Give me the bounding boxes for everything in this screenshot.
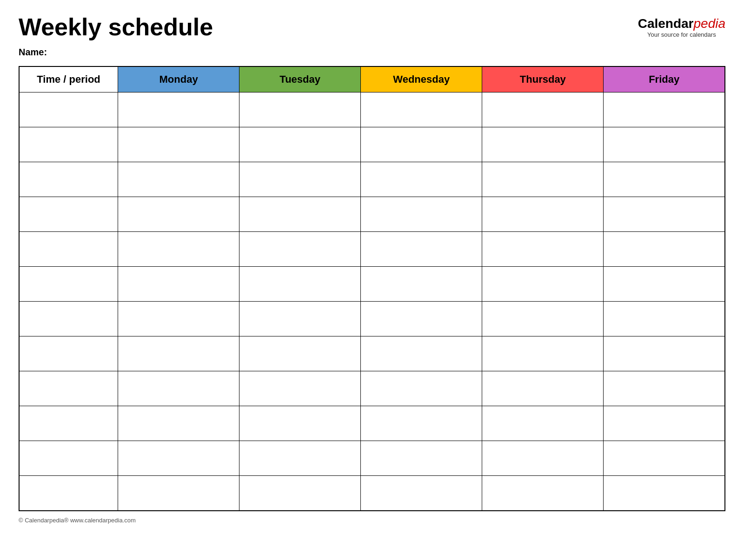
table-cell[interactable] <box>118 302 239 336</box>
table-cell[interactable] <box>604 441 725 476</box>
page-header: Weekly schedule Calendarpedia Your sourc… <box>19 14 725 40</box>
table-cell[interactable] <box>482 267 604 302</box>
table-cell[interactable] <box>118 92 239 127</box>
table-cell[interactable] <box>604 302 725 336</box>
table-cell[interactable] <box>118 267 239 302</box>
table-cell[interactable] <box>361 371 482 406</box>
table-cell[interactable] <box>19 441 118 476</box>
table-cell[interactable] <box>604 127 725 162</box>
table-cell[interactable] <box>118 406 239 441</box>
table-cell[interactable] <box>604 232 725 267</box>
table-cell[interactable] <box>239 127 361 162</box>
table-cell[interactable] <box>482 441 604 476</box>
table-cell[interactable] <box>361 302 482 336</box>
table-cell[interactable] <box>118 232 239 267</box>
table-cell[interactable] <box>482 302 604 336</box>
table-cell[interactable] <box>239 197 361 232</box>
schedule-table: Time / period Monday Tuesday Wednesday T… <box>19 66 725 511</box>
table-cell[interactable] <box>604 197 725 232</box>
footer: © Calendarpedia® www.calendarpedia.com <box>19 517 725 524</box>
table-cell[interactable] <box>361 476 482 511</box>
table-cell[interactable] <box>239 476 361 511</box>
page-title: Weekly schedule <box>19 14 213 40</box>
col-header-wednesday: Wednesday <box>361 66 482 92</box>
table-row <box>19 127 725 162</box>
table-cell[interactable] <box>482 127 604 162</box>
table-cell[interactable] <box>361 232 482 267</box>
table-cell[interactable] <box>19 127 118 162</box>
table-cell[interactable] <box>118 162 239 197</box>
table-cell[interactable] <box>19 92 118 127</box>
table-cell[interactable] <box>361 127 482 162</box>
col-header-monday: Monday <box>118 66 239 92</box>
table-row <box>19 162 725 197</box>
table-cell[interactable] <box>482 232 604 267</box>
table-cell[interactable] <box>239 406 361 441</box>
table-row <box>19 232 725 267</box>
col-header-thursday: Thursday <box>482 66 604 92</box>
table-cell[interactable] <box>239 267 361 302</box>
table-cell[interactable] <box>604 267 725 302</box>
table-row <box>19 267 725 302</box>
table-row <box>19 336 725 371</box>
table-cell[interactable] <box>361 406 482 441</box>
table-cell[interactable] <box>361 267 482 302</box>
table-cell[interactable] <box>239 302 361 336</box>
logo-subtitle: Your source for calendars <box>638 31 725 38</box>
table-cell[interactable] <box>604 476 725 511</box>
table-cell[interactable] <box>118 441 239 476</box>
table-cell[interactable] <box>19 476 118 511</box>
table-cell[interactable] <box>239 162 361 197</box>
table-cell[interactable] <box>118 127 239 162</box>
table-cell[interactable] <box>239 371 361 406</box>
table-cell[interactable] <box>19 336 118 371</box>
table-cell[interactable] <box>482 197 604 232</box>
table-cell[interactable] <box>482 162 604 197</box>
table-cell[interactable] <box>482 371 604 406</box>
table-cell[interactable] <box>118 336 239 371</box>
table-cell[interactable] <box>482 92 604 127</box>
table-cell[interactable] <box>361 197 482 232</box>
table-cell[interactable] <box>118 371 239 406</box>
table-cell[interactable] <box>361 441 482 476</box>
col-header-friday: Friday <box>604 66 725 92</box>
table-cell[interactable] <box>19 406 118 441</box>
logo-pedia-part: pedia <box>693 16 725 31</box>
table-cell[interactable] <box>604 406 725 441</box>
table-cell[interactable] <box>239 336 361 371</box>
table-cell[interactable] <box>361 92 482 127</box>
table-cell[interactable] <box>118 197 239 232</box>
table-cell[interactable] <box>604 92 725 127</box>
table-cell[interactable] <box>19 162 118 197</box>
col-header-tuesday: Tuesday <box>239 66 361 92</box>
table-cell[interactable] <box>19 267 118 302</box>
table-cell[interactable] <box>239 92 361 127</box>
logo: Calendarpedia Your source for calendars <box>638 16 725 38</box>
table-cell[interactable] <box>482 476 604 511</box>
table-cell[interactable] <box>361 162 482 197</box>
name-label: Name: <box>19 47 725 58</box>
table-cell[interactable] <box>19 232 118 267</box>
table-row <box>19 406 725 441</box>
table-row <box>19 371 725 406</box>
table-cell[interactable] <box>361 336 482 371</box>
table-cell[interactable] <box>604 162 725 197</box>
table-row <box>19 441 725 476</box>
table-row <box>19 197 725 232</box>
table-cell[interactable] <box>482 336 604 371</box>
table-cell[interactable] <box>118 476 239 511</box>
header-row: Time / period Monday Tuesday Wednesday T… <box>19 66 725 92</box>
footer-text: © Calendarpedia® www.calendarpedia.com <box>19 517 136 524</box>
table-cell[interactable] <box>19 371 118 406</box>
table-cell[interactable] <box>19 302 118 336</box>
table-cell[interactable] <box>239 441 361 476</box>
table-row <box>19 92 725 127</box>
table-cell[interactable] <box>604 371 725 406</box>
col-header-time: Time / period <box>19 66 118 92</box>
table-row <box>19 476 725 511</box>
table-cell[interactable] <box>482 406 604 441</box>
logo-text: Calendarpedia <box>638 16 725 31</box>
table-cell[interactable] <box>604 336 725 371</box>
table-cell[interactable] <box>239 232 361 267</box>
table-cell[interactable] <box>19 197 118 232</box>
